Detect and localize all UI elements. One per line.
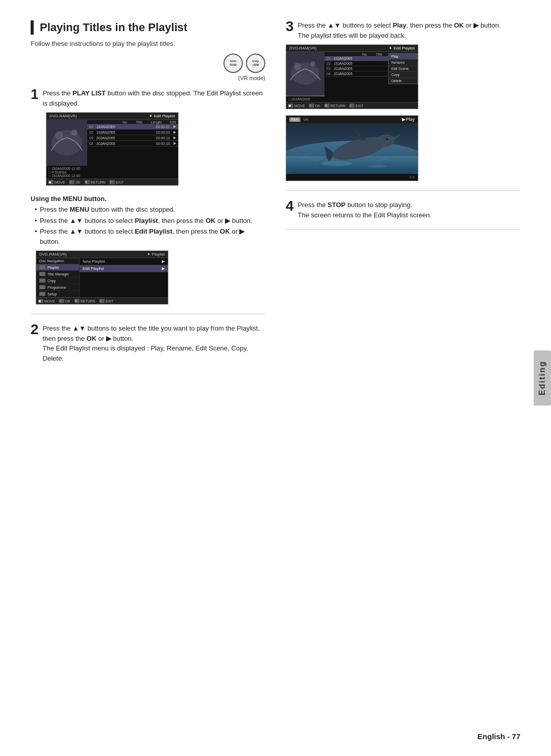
divider-2 xyxy=(286,190,520,191)
dvd-rw-icon: DVD +RW xyxy=(246,54,265,73)
edit-playlist-screen-3-container: DVD-RAM(VR) ✦ Edit Playlist xyxy=(286,44,418,109)
play-screen-header: RAM VR ▶Play xyxy=(286,116,418,123)
page-container: Editing Playing Titles in the Playlist F… xyxy=(0,0,551,756)
divider-3 xyxy=(286,229,520,230)
playlist-nav-copy: Copy xyxy=(36,278,79,284)
edit-playlist-screen-3: DVD-RAM(VR) ✦ Edit Playlist xyxy=(286,44,418,109)
stop-bold: STOP xyxy=(328,201,345,209)
step-2-text: Press the ▲▼ buttons to select the title… xyxy=(43,323,265,363)
right-column: 3 Press the ▲▼ buttons to select Play, t… xyxy=(286,20,520,372)
playlist-nav-manager: Title Manager xyxy=(36,271,79,278)
left-column: Playing Titles in the Playlist Follow th… xyxy=(31,20,265,372)
arrows-bold-step3: ▲▼ xyxy=(328,21,341,29)
context-menu-3: Play Rename Edit Scene Copy Delete xyxy=(388,53,418,84)
svg-point-3 xyxy=(71,130,78,136)
dolphin-svg xyxy=(286,123,418,174)
playlist-nav-disc: Disc Navigation xyxy=(36,258,79,264)
playlist-screen-mockup: DVD-RAM(VR) ✦ Playlist Disc Navigation P… xyxy=(36,250,168,305)
step-4-text: Press the STOP button to stop playing. T… xyxy=(298,200,520,220)
edit-playlist-screen-1: DVD-RAM(VR) ✦ Edit Playlist xyxy=(46,112,179,186)
dolphin-image xyxy=(286,123,418,174)
playlist-nav-setup: Setup xyxy=(36,291,79,297)
context-menu-editscene: Edit Scene xyxy=(389,66,417,72)
screen-3-image-svg xyxy=(286,52,324,95)
vr-icons-container: DVD RAM DVD +RW xyxy=(31,54,265,73)
screen-image-svg-1 xyxy=(46,120,87,166)
menu-bullet-2: Press the ▲▼ buttons to select Playlist,… xyxy=(35,216,265,226)
step-3: 3 Press the ▲▼ buttons to select Play, t… xyxy=(286,20,520,181)
ok-bold-3: OK xyxy=(220,228,230,235)
svg-point-16 xyxy=(367,165,388,168)
screen-body-1: No. Title Length Edit 01 19JAN2005 00:00… xyxy=(46,120,178,166)
screen-3-header: DVD-RAM(VR) ✦ Edit Playlist xyxy=(286,45,418,52)
play-arrow-2: ▶ xyxy=(225,217,230,224)
svg-point-7 xyxy=(310,61,315,66)
screen-3-body: No. Title Length Edit 01 19JAN2005 00:00… xyxy=(286,52,418,96)
ok-bold-step2: OK xyxy=(87,335,97,342)
screen-footer-1: ▣ MOVE □ OK ⑤ RETURN □ EXIT xyxy=(46,179,178,185)
playlist-submenu-area: New Playlist ▶ Edit Playlist ▶ xyxy=(80,258,168,297)
playlist-screen-body: Disc Navigation Playlist Title Manager xyxy=(36,258,168,297)
section-title: Playing Titles in the Playlist xyxy=(31,20,265,35)
step-4-number: 4 xyxy=(286,199,294,213)
screen-table-area-1: No. Title Length Edit 01 19JAN2005 00:00… xyxy=(87,120,178,166)
main-content: Playing Titles in the Playlist Follow th… xyxy=(31,20,520,372)
step-2: 2 Press the ▲▼ buttons to select the tit… xyxy=(31,323,265,363)
play-indicator: ▶Play xyxy=(402,117,415,122)
menu-section-title: Using the MENU button. xyxy=(31,195,265,203)
step-3-text: Press the ▲▼ buttons to select Play, the… xyxy=(298,20,520,40)
playlist-screen-footer: ▣ MOVE □ OK ⑤ RETURN □ EXIT xyxy=(36,297,168,304)
screen-header-left-1: DVD-RAM(VR) xyxy=(49,114,77,118)
screen-3-footer: ▣ MOVE □ OK ⑤ RETURN □ EXIT xyxy=(286,102,418,109)
play-arrow-step3: ▶ xyxy=(473,21,479,29)
context-menu-delete: Delete xyxy=(389,78,417,84)
svg-point-15 xyxy=(321,161,352,166)
menu-bold: MENU xyxy=(70,206,89,213)
screen-3-image xyxy=(286,52,324,96)
menu-section: Using the MENU button. Press the MENU bu… xyxy=(31,195,265,305)
ok-bold-2: OK xyxy=(206,217,216,224)
section-subtitle: Follow these instructions to play the pl… xyxy=(31,40,265,47)
divider-1 xyxy=(31,314,265,314)
vr-text: VR xyxy=(304,118,309,121)
context-menu-play: Play xyxy=(389,54,417,60)
screen-image-1 xyxy=(46,120,87,166)
menu-bullet-1: Press the MENU button with the disc stop… xyxy=(35,205,265,215)
playlist-nav-programme: Programme xyxy=(36,284,79,291)
menu-bullet-3: Press the ▲▼ buttons to select Edit Play… xyxy=(35,226,265,246)
context-menu-copy: Copy xyxy=(389,72,417,78)
play-screen-dolphin: RAM VR ▶Play xyxy=(286,115,418,181)
screen-col-header-1: No. Title Length Edit xyxy=(87,120,178,124)
play-list-bold: PLAY LIST xyxy=(72,89,106,97)
screen-row-1-4: 04 20JAN2005 00:00:16 ▶ xyxy=(87,141,178,146)
edit-playlist-bold: Edit Playlist xyxy=(135,228,172,235)
screen-header-1: DVD-RAM(VR) ✦ Edit Playlist xyxy=(46,113,178,120)
playlist-bold: Playlist xyxy=(135,217,158,224)
arrows-bold-3: ▲▼ xyxy=(70,228,83,235)
play-progress-bar: 2:4 xyxy=(286,174,418,181)
svg-point-2 xyxy=(55,131,63,139)
svg-point-6 xyxy=(294,63,301,70)
step-3-number: 3 xyxy=(286,19,294,34)
ok-bold-step3: OK xyxy=(454,21,464,29)
play-bold-step3: Play xyxy=(393,21,407,29)
context-menu-rename: Rename xyxy=(389,60,417,66)
dvd-ram-icon: DVD RAM xyxy=(223,54,243,73)
step-2-number: 2 xyxy=(31,322,39,337)
editing-tab: Editing xyxy=(534,350,551,406)
screen-3-info: □ 20JAN2005 xyxy=(286,96,418,102)
screen-info-rows-1: □ 19JAN2005 12:00 □ 4 Scenes ○ 19JAN2005… xyxy=(46,166,178,179)
play-arrow-3: ▶ xyxy=(239,228,244,235)
title-bar-decoration xyxy=(31,20,34,35)
step-1: 1 Press the PLAY LIST button with the di… xyxy=(31,88,265,186)
screen-row-1-1: 01 19JAN2005 00:00:21 ▶ xyxy=(87,124,178,130)
ram-badge: RAM xyxy=(289,117,300,122)
playlist-screen-header: DVD-RAM(VR) ✦ Playlist xyxy=(36,251,168,258)
screen-3-table-area: No. Title Length Edit 01 19JAN2005 00:00… xyxy=(324,52,418,96)
step-4: 4 Press the STOP button to stop playing.… xyxy=(286,200,520,220)
play-arrow-step2: ▶ xyxy=(106,335,111,342)
vr-mode-label: (VR mode) xyxy=(31,75,265,81)
menu-bullets-list: Press the MENU button with the disc stop… xyxy=(31,205,265,246)
playlist-left-nav: Disc Navigation Playlist Title Manager xyxy=(36,258,80,297)
svg-point-14 xyxy=(388,138,389,139)
